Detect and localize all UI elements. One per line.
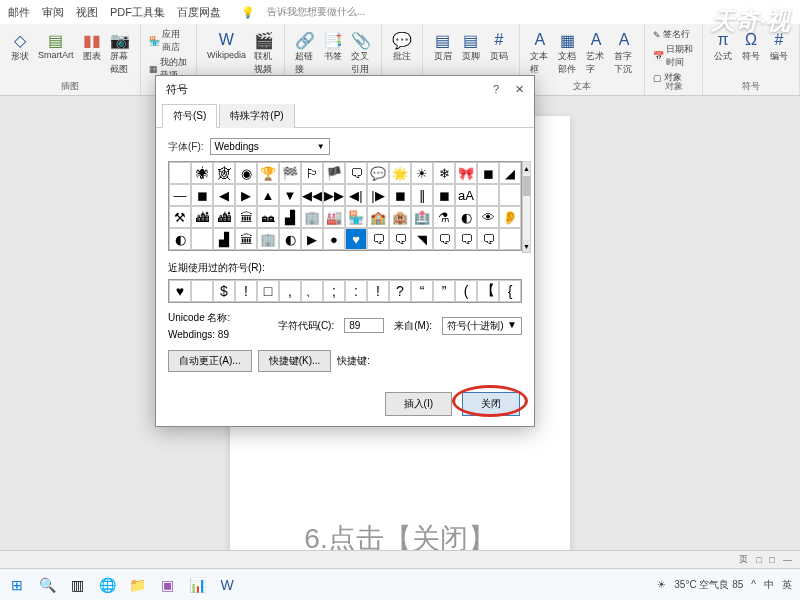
symbol-cell[interactable]: ‖	[411, 184, 433, 206]
hyperlink-button[interactable]: 🔗超链接	[293, 28, 317, 78]
font-select[interactable]: Webdings▼	[210, 138, 330, 155]
datetime-button[interactable]: 📅 日期和时间	[653, 43, 694, 69]
lang-icon[interactable]: 英	[782, 578, 792, 592]
recent-symbol-cell[interactable]: ”	[433, 280, 455, 302]
symbol-cell[interactable]: 🏥	[411, 206, 433, 228]
symbol-cell[interactable]	[191, 228, 213, 250]
symbol-cell[interactable]: ▼	[279, 184, 301, 206]
symbol-cell[interactable]: 🏁	[279, 162, 301, 184]
symbol-cell[interactable]: 🏙	[213, 206, 235, 228]
insert-button[interactable]: 插入(I)	[385, 392, 452, 416]
status-item[interactable]: —	[783, 555, 792, 565]
store-button[interactable]: 🏪 应用商店	[149, 28, 188, 54]
symbol-cell[interactable]: 🏆	[257, 162, 279, 184]
tell-me-input[interactable]: 告诉我您想要做什么...	[267, 5, 365, 19]
recent-symbol-cell[interactable]: :	[345, 280, 367, 302]
symbol-cell[interactable]: 🏢	[301, 206, 323, 228]
dropcap-button[interactable]: A首字下沉	[612, 28, 636, 78]
scroll-up-icon[interactable]: ▲	[523, 162, 530, 174]
recent-symbol-cell[interactable]: ♥	[169, 280, 191, 302]
recent-symbol-cell[interactable]: {	[499, 280, 521, 302]
symbol-cell[interactable]: ♥	[345, 228, 367, 250]
app-icon[interactable]: ▣	[158, 576, 176, 594]
symbol-cell[interactable]: 👂	[499, 206, 521, 228]
recent-symbol-cell[interactable]: 、	[301, 280, 323, 302]
sig-button[interactable]: ✎ 签名行	[653, 28, 694, 41]
wordart-button[interactable]: A艺术字	[584, 28, 608, 78]
recent-symbol-cell[interactable]: !	[235, 280, 257, 302]
symbol-cell[interactable]: ◀	[213, 184, 235, 206]
header-button[interactable]: ▤页眉	[431, 28, 455, 65]
symbol-cell[interactable]: 🗨	[389, 228, 411, 250]
symbol-cell[interactable]: ⚒	[169, 206, 191, 228]
symbol-cell[interactable]: ◀◀	[301, 184, 323, 206]
symbol-cell[interactable]: ▶▶	[323, 184, 345, 206]
weather-text[interactable]: 35°C 空气良 85	[674, 578, 743, 592]
status-item[interactable]: □	[756, 555, 761, 565]
explorer-icon[interactable]: 📁	[128, 576, 146, 594]
crossref-button[interactable]: 📎交叉引用	[349, 28, 373, 78]
quickparts-button[interactable]: ▦文档部件	[556, 28, 580, 78]
scroll-down-icon[interactable]: ▼	[523, 240, 530, 252]
tab-baidu[interactable]: 百度网盘	[177, 5, 221, 20]
shapes-button[interactable]: ◇形状	[8, 28, 32, 78]
edge-icon[interactable]: 🌐	[98, 576, 116, 594]
symbol-cell[interactable]	[477, 184, 499, 206]
close-button[interactable]: 关闭	[462, 392, 520, 416]
ime-icon[interactable]: 中	[764, 578, 774, 592]
symbol-cell[interactable]: ☀	[411, 162, 433, 184]
from-select[interactable]: 符号(十进制)▼	[442, 317, 522, 335]
screenshot-button[interactable]: 📷屏幕截图	[108, 28, 132, 78]
symbol-cell[interactable]: ◼	[191, 184, 213, 206]
symbol-cell[interactable]: ◼	[389, 184, 411, 206]
symbol-cell[interactable]: 🗨	[345, 162, 367, 184]
symbol-cell[interactable]: 💬	[367, 162, 389, 184]
symbol-cell[interactable]: 🏛	[235, 228, 257, 250]
scrollbar-vertical[interactable]: ▲ ▼	[522, 161, 531, 253]
shortcut-key-button[interactable]: 快捷键(K)...	[258, 350, 332, 372]
symbol-cell[interactable]: 🏘	[257, 206, 279, 228]
recent-symbol-cell[interactable]: $	[213, 280, 235, 302]
symbol-cell[interactable]: aA	[455, 184, 477, 206]
symbol-cell[interactable]: 🏪	[345, 206, 367, 228]
comment-button[interactable]: 💬批注	[390, 28, 414, 65]
symbol-cell[interactable]: 🗨	[455, 228, 477, 250]
symbol-cell[interactable]: ▟	[279, 206, 301, 228]
recent-symbol-cell[interactable]: ?	[389, 280, 411, 302]
pagenum-button[interactable]: #页码	[487, 28, 511, 65]
tray-chevron-icon[interactable]: ^	[751, 579, 756, 590]
tab-review[interactable]: 审阅	[42, 5, 64, 20]
symbol-cell[interactable]: ❄	[433, 162, 455, 184]
symbol-cell[interactable]: 🏨	[389, 206, 411, 228]
symbol-cell[interactable]: 🗨	[433, 228, 455, 250]
symbol-cell[interactable]: —	[169, 184, 191, 206]
autocorrect-button[interactable]: 自动更正(A)...	[168, 350, 252, 372]
symbol-cell[interactable]: 👁	[477, 206, 499, 228]
smartart-button[interactable]: ▤SmartArt	[36, 28, 76, 78]
symbol-cell[interactable]	[499, 184, 521, 206]
video-button[interactable]: 🎬联机视频	[252, 28, 276, 78]
wikipedia-button[interactable]: WWikipedia	[205, 28, 248, 78]
recent-symbol-cell[interactable]: ,	[279, 280, 301, 302]
symbol-cell[interactable]: 🏢	[257, 228, 279, 250]
symbol-cell[interactable]: 🏳	[301, 162, 323, 184]
symbol-cell[interactable]: 🏭	[323, 206, 345, 228]
symbol-cell[interactable]: ◼	[477, 162, 499, 184]
status-item[interactable]: □	[770, 555, 775, 565]
symbol-cell[interactable]: 🏙	[191, 206, 213, 228]
symbol-cell[interactable]: ◐	[279, 228, 301, 250]
dialog-help-button[interactable]: ?	[493, 83, 499, 96]
start-button[interactable]: ⊞	[8, 576, 26, 594]
recent-symbol-cell[interactable]: “	[411, 280, 433, 302]
tab-view[interactable]: 视图	[76, 5, 98, 20]
symbol-cell[interactable]: ▲	[257, 184, 279, 206]
symbol-cell[interactable]: ▟	[213, 228, 235, 250]
symbol-cell[interactable]: 🕸	[213, 162, 235, 184]
chart-button[interactable]: ▮▮图表	[80, 28, 104, 78]
symbol-cell[interactable]: ◐	[169, 228, 191, 250]
textbox-button[interactable]: A文本框	[528, 28, 552, 78]
symbol-cell[interactable]	[169, 162, 191, 184]
symbol-cell[interactable]: ◉	[235, 162, 257, 184]
code-input[interactable]: 89	[344, 318, 384, 333]
symbol-cell[interactable]: 🏫	[367, 206, 389, 228]
